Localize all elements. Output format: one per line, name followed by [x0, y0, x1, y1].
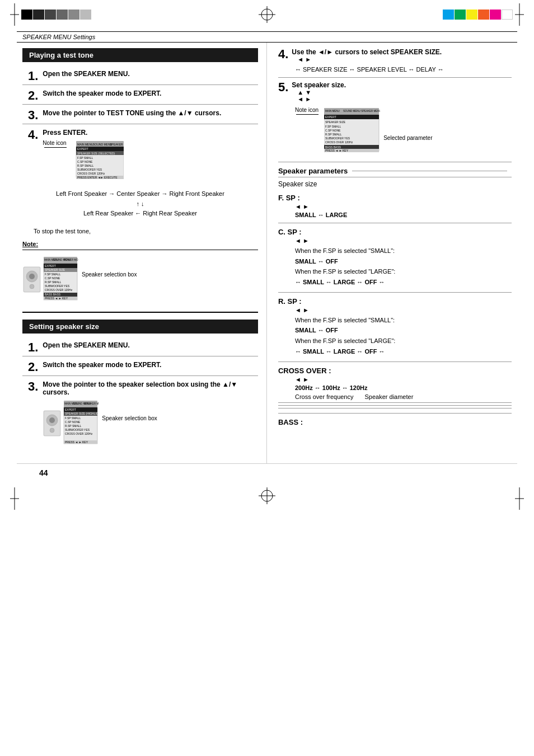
svg-point-48	[49, 417, 55, 423]
crossover-line2	[278, 405, 512, 406]
flow-text: Left Front Speaker → Center Speaker → Ri…	[22, 189, 258, 219]
speaker-diagram-step4: MAIN MENU SOUND MENU SPEAKER MENU EXPERT…	[73, 140, 124, 184]
flow-line-3: Left Rear Speaker ← Right Rear Speaker	[22, 209, 258, 219]
right-column: 4. Use the ◄/► cursors to select SPEAKER…	[267, 43, 517, 463]
crossover-label: CROSS OVER :	[278, 367, 512, 375]
crossover-line3	[278, 408, 512, 408]
setting-speaker-svg: MAIN MENU SOUND MENU SPEAKER M. EXPERT S…	[43, 400, 99, 447]
reg-block-6	[80, 10, 91, 20]
note-label: Note:	[22, 241, 38, 247]
setting-step-3-menu: MAIN MENU SOUND MENU SPEAKER M. EXPERT S…	[43, 400, 258, 449]
setting-speaker-callout: Speaker selection box	[102, 415, 157, 421]
speaker-size-label: Speaker size	[278, 180, 512, 188]
csp-when-small: When the F.SP is selected "SMALL": SMALL…	[295, 246, 512, 288]
setting-step-1-content: Open the SPEAKER MENU.	[43, 341, 258, 350]
black-blocks	[21, 10, 91, 20]
speaker-selection-svg: MAIN MENU SOUND MENU POWER MO.. EXPERT S…	[22, 256, 78, 303]
setting-step-2-number: 2.	[28, 361, 38, 373]
right-color-area	[443, 3, 524, 26]
svg-text:F.SP          SMALL: F.SP SMALL	[77, 156, 93, 159]
right-note-icon-line	[296, 114, 318, 115]
svg-point-27	[30, 284, 34, 289]
setting-step-1: 1. Open the SPEAKER MENU.	[22, 341, 258, 350]
csp-label: C. SP :	[278, 228, 512, 236]
right-step-5-arrows: ▲ ▼	[297, 89, 346, 96]
speaker-params-section: Speaker parameters Speaker size F. SP : …	[278, 167, 512, 426]
svg-point-49	[50, 428, 54, 433]
page-header-text: SPEAKER MENU Settings	[22, 34, 95, 40]
color-block-green	[455, 10, 466, 20]
speaker-selection-callout-text: Speaker selection box	[82, 271, 137, 278]
corner-mark-tl	[10, 3, 19, 26]
svg-text:POWER MO..: POWER MO..	[64, 259, 78, 261]
note-icon-area: Note icon	[43, 140, 66, 148]
fsp-divider	[278, 223, 512, 223]
svg-point-26	[29, 274, 35, 279]
setting-step-2-label: Switch the speaker mode to EXPERT.	[43, 361, 258, 369]
svg-text:CROSS OVER 120Hz: CROSS OVER 120Hz	[65, 432, 93, 435]
bass-label: BASS :	[278, 418, 512, 426]
color-block-yellow	[466, 10, 477, 20]
fsp-arrows: ◄ ►	[295, 203, 512, 210]
right-step-5-title: Set speaker size.	[292, 81, 346, 89]
crossover-param: CROSS OVER : ◄ ► 200Hz ↔ 100Hz ↔ 120Hz C…	[278, 367, 512, 408]
right-step-5-menu: MAIN MENU SOUND MENU SPEAKER MENU EXPERT…	[324, 107, 380, 156]
right-step-5-svg: MAIN MENU SOUND MENU SPEAKER MENU EXPERT…	[324, 107, 380, 154]
svg-text:EXPERT: EXPERT	[325, 115, 336, 119]
step-1-playing: 1. Open the SPEAKER MENU.	[22, 70, 258, 79]
fsp-label: F. SP :	[278, 194, 512, 202]
svg-text:PRESS ENTER ◄► EXECUTE: PRESS ENTER ◄► EXECUTE	[77, 176, 118, 179]
speaker-selection-callout: Speaker selection box	[82, 271, 137, 278]
flow-line-1: Left Front Speaker → Center Speaker → Ri…	[22, 189, 258, 199]
section-divider	[22, 312, 258, 313]
bass-param: BASS :	[278, 418, 512, 426]
color-block-magenta	[490, 10, 501, 20]
step-3-number: 3.	[28, 109, 38, 121]
left-column: Playing a test tone 1. Open the SPEAKER …	[17, 43, 267, 463]
corner-mark-br	[515, 487, 524, 510]
svg-text:PRESS ◄ ► KEY: PRESS ◄ ► KEY	[65, 440, 88, 444]
speaker-svg-step4: MAIN MENU SOUND MENU SPEAKER MENU EXPERT…	[73, 140, 124, 182]
svg-text:C.SP       NONE: C.SP NONE	[45, 276, 60, 280]
page-number: 44	[17, 463, 517, 482]
color-block-cyan	[443, 10, 454, 20]
divider-2	[22, 104, 258, 105]
right-step-4-number: 4.	[278, 48, 288, 60]
color-block-white	[502, 10, 513, 20]
svg-text:R.SP          SMALL: R.SP SMALL	[77, 164, 94, 167]
right-step-5-number: 5.	[278, 81, 288, 93]
speaker-params-title: Speaker parameters	[278, 167, 512, 177]
step-3-label: Move the pointer to TEST TONE using the …	[43, 109, 258, 117]
svg-text:SPEAKER SIZE (HIGHLIGHT): SPEAKER SIZE (HIGHLIGHT)	[65, 412, 99, 415]
rsp-arrows: ◄ ►	[295, 307, 512, 313]
svg-text:SUBWOOFER  YES: SUBWOOFER YES	[45, 284, 70, 288]
crossover-option: 200Hz ↔ 100Hz ↔ 120Hz	[295, 384, 512, 391]
step-4-number: 4.	[28, 129, 38, 141]
setting-step-2-content: Switch the speaker mode to EXPERT.	[43, 361, 258, 370]
note-icon-line	[44, 147, 67, 148]
speaker-selection-menu: MAIN MENU SOUND MENU POWER MO.. EXPERT S…	[22, 256, 78, 305]
svg-text:CROSS OVER 120Hz: CROSS OVER 120Hz	[325, 140, 353, 144]
center-crosshair-icon	[259, 6, 275, 23]
stop-tone-text: To stop the test tone,	[34, 228, 258, 234]
right-step-4-title: Use the ◄/► cursors to select SPEAKER SI…	[292, 48, 442, 56]
selected-parameter-label: Selected parameter	[383, 135, 432, 141]
svg-text:F.SP       SMALL: F.SP SMALL	[325, 125, 341, 128]
rsp-when: When the F.SP is selected "SMALL": SMALL…	[295, 315, 512, 357]
setting-step-3-number: 3.	[28, 381, 38, 393]
right-step-4-content: Use the ◄/► cursors to select SPEAKER SI…	[292, 48, 442, 63]
right-step-5-menu-area: Note icon MAIN MENU SOUND MENU SPEAKER M…	[295, 107, 512, 156]
crossover-line1	[278, 402, 512, 403]
section-header-playing: Playing a test tone	[22, 48, 258, 62]
step-4-playing: 4. Press ENTER. Note icon MAIN MENU	[22, 129, 258, 184]
setting-step-1-number: 1.	[28, 341, 38, 354]
fsp-option: SMALL ↔ LARGE	[295, 212, 512, 218]
left-reg-area	[10, 3, 91, 26]
csp-divider	[278, 292, 512, 293]
svg-text:C.SP          NONE: C.SP NONE	[77, 160, 93, 163]
svg-text:MAIN MENU: MAIN MENU	[325, 110, 340, 112]
color-block-orange	[478, 10, 489, 20]
svg-text:PRESS ◄ ► KEY: PRESS ◄ ► KEY	[325, 149, 349, 152]
center-crosshair-area	[259, 6, 275, 23]
svg-text:F.SP       SMALL: F.SP SMALL	[65, 416, 81, 420]
